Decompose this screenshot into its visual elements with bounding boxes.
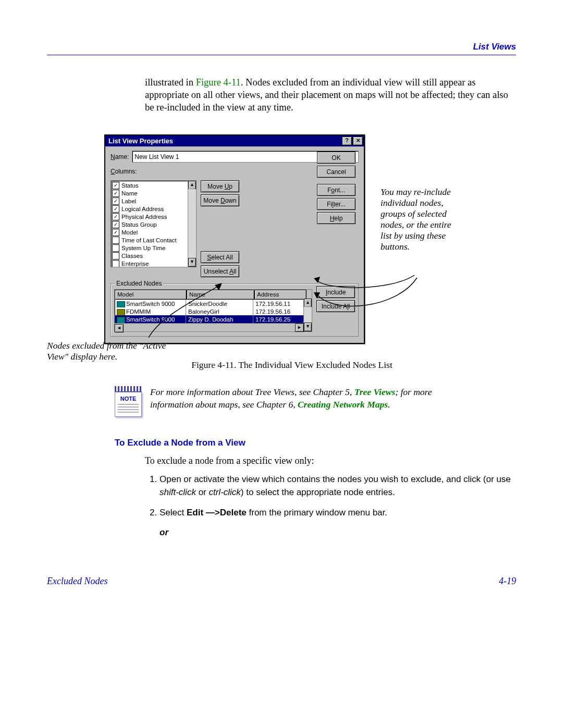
help-icon[interactable]: ?: [342, 137, 352, 145]
procedure-intro: To exclude a node from a specific view o…: [145, 454, 516, 467]
footer-left: Excluded Nodes: [47, 576, 107, 587]
header-rule: [47, 55, 516, 55]
name-label: Name:: [111, 153, 129, 161]
column-item[interactable]: Logical Address: [112, 205, 195, 213]
column-label: Status Group: [121, 221, 157, 228]
svg-marker-2: [215, 283, 222, 290]
note-label: NOTE: [118, 396, 139, 402]
column-label: Logical Address: [121, 206, 164, 212]
scroll-up-icon[interactable]: ▲: [188, 181, 196, 190]
column-item[interactable]: Enterprise: [112, 260, 195, 267]
note-text: For more information about Tree Views, s…: [150, 386, 473, 411]
node-icon: [117, 309, 125, 316]
scroll-down-icon[interactable]: ▼: [304, 323, 312, 331]
checkbox-icon[interactable]: [112, 244, 119, 252]
intro-pre: illustrated in: [145, 77, 196, 88]
column-label: Physical Address: [121, 214, 167, 220]
scroll-left-icon[interactable]: ◄: [115, 324, 124, 332]
checkbox-icon[interactable]: [112, 229, 119, 236]
column-item[interactable]: Status: [112, 181, 195, 189]
column-item[interactable]: Physical Address: [112, 213, 195, 220]
checkbox-icon[interactable]: [112, 221, 119, 228]
creating-maps-link[interactable]: Creating Network Maps: [298, 399, 388, 410]
scroll-down-icon[interactable]: ▼: [188, 258, 196, 267]
checkbox-icon[interactable]: [112, 260, 119, 267]
column-item[interactable]: System Up Time: [112, 244, 195, 252]
note-icon: NOTE: [115, 386, 142, 417]
column-item[interactable]: Classes: [112, 252, 195, 260]
checkbox-icon[interactable]: [112, 205, 119, 213]
node-icon: [117, 317, 125, 324]
column-label: Label: [121, 198, 136, 204]
step-or: or: [160, 527, 168, 537]
column-item[interactable]: Name: [112, 189, 195, 197]
move-down-button[interactable]: Move Down: [201, 194, 239, 206]
svg-marker-1: [314, 292, 320, 299]
checkbox-icon[interactable]: [112, 237, 119, 244]
step-1: Open or activate the view which contains…: [160, 473, 516, 499]
scrollbar-vertical[interactable]: ▲ ▼: [188, 181, 196, 267]
page-header: List Views: [47, 42, 516, 52]
unselect-all-button[interactable]: Unselect All: [201, 265, 239, 277]
dialog-title: List View Properties: [108, 137, 341, 145]
column-item[interactable]: Status Group: [112, 220, 195, 228]
column-label: Enterprise: [121, 261, 149, 267]
tree-views-link[interactable]: Tree Views: [354, 387, 396, 397]
column-label: Time of Last Contact: [121, 237, 177, 243]
checkbox-icon[interactable]: [112, 252, 119, 260]
column-label: Name: [121, 190, 138, 196]
checkbox-icon[interactable]: [112, 190, 119, 197]
arrow-left: [146, 283, 250, 351]
column-label: System Up Time: [121, 245, 165, 251]
figure-ref-link[interactable]: Figure 4-11: [196, 77, 241, 88]
grid-scroll-v[interactable]: ▲ ▼: [303, 299, 312, 331]
col-address[interactable]: Address: [254, 290, 307, 300]
column-item[interactable]: Model: [112, 228, 195, 236]
scroll-right-icon[interactable]: ►: [295, 324, 304, 332]
column-item[interactable]: Time of Last Contact: [112, 236, 195, 244]
dialog-titlebar[interactable]: List View Properties ? ✕: [105, 135, 364, 146]
close-icon[interactable]: ✕: [353, 137, 363, 145]
section-heading: To Exclude a Node from a View: [115, 438, 516, 448]
figure-area: List View Properties ? ✕ Name: Columns: …: [104, 134, 516, 344]
intro-paragraph: illustrated in Figure 4-11. Nodes exclud…: [145, 76, 516, 114]
column-item[interactable]: Label: [112, 197, 195, 205]
checkbox-icon[interactable]: [112, 198, 119, 205]
scroll-up-icon[interactable]: ▲: [304, 299, 312, 307]
column-label: Classes: [121, 253, 143, 259]
checkbox-icon[interactable]: [112, 182, 119, 189]
columns-listbox[interactable]: StatusNameLabelLogical AddressPhysical A…: [111, 180, 197, 267]
checkbox-icon[interactable]: [112, 213, 119, 220]
font-button[interactable]: Font...: [317, 184, 356, 196]
arrow-right-2: [313, 215, 427, 309]
footer-right: 4-19: [499, 576, 516, 587]
column-label: Model: [121, 229, 138, 236]
cancel-button[interactable]: Cancel: [317, 166, 356, 178]
ok-button[interactable]: OK: [317, 152, 356, 164]
step-2: Select Edit —>Delete from the primary wi…: [160, 507, 516, 539]
column-label: Status: [121, 182, 139, 189]
select-all-button[interactable]: Select All: [201, 251, 239, 263]
node-icon: [117, 301, 125, 308]
note-box: NOTE For more information about Tree Vie…: [115, 386, 516, 417]
move-up-button[interactable]: Move Up: [201, 180, 239, 192]
